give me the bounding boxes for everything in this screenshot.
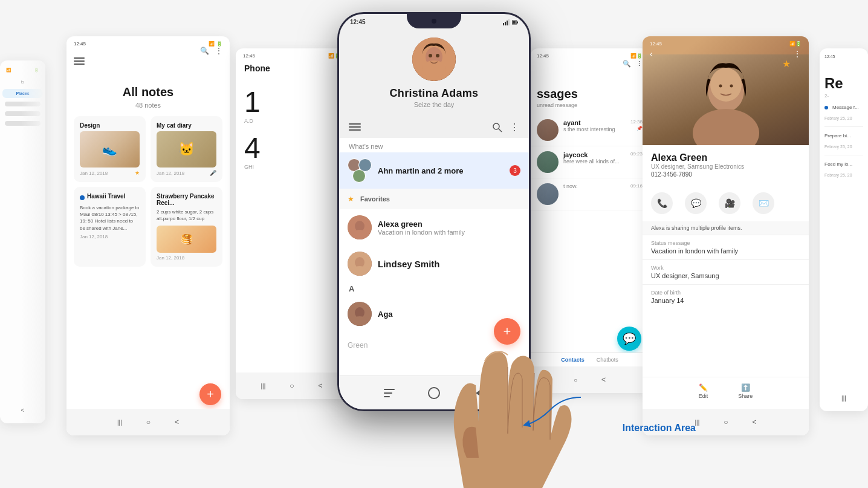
notes-grid: Design 👟 Jan 12, 2018 ★ My cat diary 🐱 xyxy=(66,116,230,267)
notes-toolbar: 🔍 ⋮ xyxy=(66,47,230,57)
phone-notch xyxy=(407,14,461,28)
contact-edit-share-bar: ✏️ Edit ⬆️ Share xyxy=(643,377,809,405)
group-avatar xyxy=(348,158,372,183)
phone-home-btn[interactable]: ○ xyxy=(290,382,294,390)
contact-detail-phone: 012-3456-7890 xyxy=(651,171,800,178)
edit-action[interactable]: ✏️ Edit xyxy=(699,383,708,399)
notes-fab[interactable]: + xyxy=(199,383,221,405)
messages-fab[interactable]: 💬 xyxy=(617,327,641,351)
messages-search-icon[interactable]: 🔍 xyxy=(623,60,631,68)
call-button[interactable]: 📞 xyxy=(651,192,673,214)
messages-title-partial: ssages xyxy=(531,69,649,102)
note-card-design[interactable]: Design 👟 Jan 12, 2018 ★ xyxy=(74,116,146,182)
places-tab[interactable]: Places xyxy=(2,89,43,98)
recents-nav-btn[interactable] xyxy=(382,386,397,400)
note-card-cat[interactable]: My cat diary 🐱 Jan 12, 2018 🎤 xyxy=(151,116,222,182)
svg-point-24 xyxy=(693,109,759,145)
notes-title: All notes xyxy=(66,67,230,102)
group-contact-item[interactable]: Ahn martin and 2 more 3 xyxy=(339,152,529,189)
panel-phone-calendar: 12:45 📶🔋 Phone 1 A.D 4 GHI ||| ○ < xyxy=(236,48,348,399)
note-card-hawaii[interactable]: Hawaii Travel Book a vacation package to… xyxy=(74,187,146,267)
notes-count: 48 notes xyxy=(66,102,230,109)
message-button[interactable]: 💬 xyxy=(685,192,707,214)
contact-detail-more-icon[interactable]: ⋮ xyxy=(793,49,802,59)
note-card-pancake[interactable]: Strawberry Pancake Reci... 2 cups white … xyxy=(151,187,222,267)
hamburger-icon[interactable] xyxy=(349,123,361,132)
message-item-1[interactable]: ayant s the most interesting 12:38 📌 xyxy=(531,114,649,146)
front-camera xyxy=(432,19,436,24)
svg-rect-3 xyxy=(508,19,510,25)
aga-avatar xyxy=(348,302,372,326)
notes-back-btn[interactable]: ||| xyxy=(117,419,122,426)
messages-home-btn[interactable]: < xyxy=(601,376,606,384)
back-nav-btn[interactable] xyxy=(471,386,486,400)
contact-work-value: UX designer, Samsung xyxy=(651,272,800,279)
phone-status-bar: 12:45 📶🔋 xyxy=(236,48,348,59)
signal-icon xyxy=(503,19,510,25)
svg-point-16 xyxy=(352,230,367,239)
notes-prev-btn[interactable]: < xyxy=(175,418,179,426)
svg-point-10 xyxy=(429,54,432,57)
messages-tabs: Contacts Chatbots xyxy=(531,353,649,366)
contacts-fab[interactable]: + xyxy=(494,318,520,345)
contact-alexa[interactable]: Alexa green Vacation in london with fami… xyxy=(339,209,529,246)
notes-more-icon[interactable]: ⋮ xyxy=(215,47,222,55)
toolbar-more-icon[interactable]: ⋮ xyxy=(510,122,519,133)
message-item-2[interactable]: jaycock here were all kinds of... 09:23 xyxy=(531,146,649,178)
contact-detail-status-bar: 12:45 📶🔋 xyxy=(643,36,809,47)
interaction-area-arrow xyxy=(514,391,587,428)
notes-search-icon[interactable]: 🔍 xyxy=(200,47,209,55)
contact-status-message: Vacation in london with family xyxy=(651,247,800,255)
profile-avatar xyxy=(412,37,456,81)
phone-screen: Christina Adams Seize the day ⋮ Wh xyxy=(339,25,529,387)
panel-far-right: 12:45 Re 2- Message f... Febrary 25, 20 … xyxy=(820,48,868,411)
share-action[interactable]: ⬆️ Share xyxy=(738,383,753,399)
panel-messages: 12:45 📶🔋 🔍 ⋮ ssages unread message ayant… xyxy=(531,48,649,393)
favorites-header: ★ Favorites xyxy=(339,189,529,209)
svg-rect-5 xyxy=(517,21,518,23)
far-left-status: 📶 🔋 xyxy=(2,65,43,75)
email-button[interactable]: ✉️ xyxy=(753,192,774,214)
calendar-unit-2: GHI xyxy=(236,164,348,170)
notes-menu-icon[interactable] xyxy=(74,57,85,65)
star-icon: ★ xyxy=(348,195,354,203)
lindsey-avatar xyxy=(348,252,372,276)
alexa-avatar xyxy=(348,215,372,239)
contact-detail-info: Alexa Green UX designer, Samsung Electro… xyxy=(643,145,809,185)
phone-panel-title: Phone xyxy=(236,59,348,76)
messages-status-bar: 12:45 📶🔋 xyxy=(531,48,649,59)
contact-lindsey[interactable]: Lindsey Smith xyxy=(339,246,529,282)
phone-back-btn[interactable]: ||| xyxy=(261,383,265,389)
svg-rect-0 xyxy=(503,23,504,25)
contacts-tab[interactable]: Contacts xyxy=(561,357,585,363)
svg-point-26 xyxy=(719,85,722,88)
panel-contact-detail: 12:45 📶🔋 ‹ ⋮ ★ xyxy=(643,36,809,435)
alexa-name: Alexa green xyxy=(378,220,520,229)
home-nav-btn[interactable] xyxy=(427,386,441,400)
phone-prev-btn[interactable]: < xyxy=(319,382,323,390)
contact-favorite-star[interactable]: ★ xyxy=(782,58,791,70)
chatbots-tab[interactable]: Chatbots xyxy=(597,357,618,363)
contact-dob-section: Date of birth January 14 xyxy=(643,284,809,309)
contact-detail-job-title: UX designer, Samsung Electronics xyxy=(651,163,800,170)
toolbar-search-icon[interactable] xyxy=(493,123,502,132)
messages-toolbar: 🔍 ⋮ xyxy=(531,59,649,69)
aga-name: Aga xyxy=(378,310,520,319)
video-button[interactable]: 🎥 xyxy=(719,192,740,214)
contact-home-btn[interactable]: ○ xyxy=(724,418,728,426)
svg-rect-2 xyxy=(507,21,508,25)
contact-prev-btn[interactable]: < xyxy=(753,418,757,426)
far-left-back-nav[interactable]: < xyxy=(21,407,25,414)
contact-detail-back-icon[interactable]: ‹ xyxy=(650,49,653,59)
messages-more-icon[interactable]: ⋮ xyxy=(636,60,643,68)
messages-back-btn[interactable]: ○ xyxy=(574,377,577,383)
phone-bottom-nav: ||| ○ < xyxy=(236,373,348,399)
calendar-number-2: 4 xyxy=(236,124,348,164)
notes-home-btn[interactable]: ○ xyxy=(146,418,151,426)
msg-avatar-3 xyxy=(537,183,559,205)
phone-time: 12:45 xyxy=(350,19,366,25)
group-contact-name: Ahn martin and 2 more xyxy=(378,166,504,175)
message-item-3[interactable]: t now. 09:16 xyxy=(531,178,649,210)
alexa-preview: Vacation in london with family xyxy=(378,229,520,236)
unread-badge: 3 xyxy=(510,165,520,176)
